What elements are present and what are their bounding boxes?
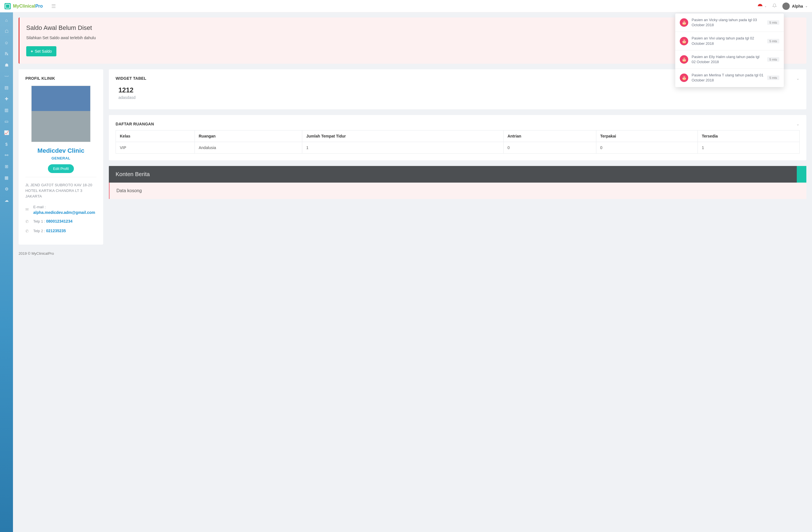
- avatar: [782, 2, 790, 10]
- tel1-label: Telp 1 :: [33, 219, 46, 223]
- notification-time: 5 mts: [767, 75, 779, 80]
- nav-medkit[interactable]: ✚: [0, 93, 13, 104]
- notification-item[interactable]: 🎂Pasien an Elly Halim ulang tahun pada t…: [675, 50, 784, 69]
- birthday-icon: 🎂: [680, 18, 688, 27]
- collapse-icon[interactable]: ⌄: [796, 122, 800, 126]
- table-row: VIPAndalusia1001: [116, 142, 800, 153]
- footer: 2019 © MyClinicalPro: [19, 251, 806, 255]
- phone-icon: ✆: [25, 219, 30, 224]
- email-row: ✉ E-mail : alpha.medicdev.adm@gmail.com: [25, 204, 97, 215]
- notification-time: 5 mts: [767, 20, 779, 25]
- notifications-dropdown: 🎂Pasien an Vicky ulang tahun pada tgl 03…: [675, 14, 784, 87]
- col-header: Kelas: [116, 131, 195, 142]
- nav-cloud[interactable]: ☁: [0, 195, 13, 206]
- news-heading: Konten Berita: [109, 166, 806, 182]
- col-header: Terpakai: [596, 131, 698, 142]
- notification-text: Pasien an Elly Halim ulang tahun pada tg…: [692, 54, 764, 64]
- tel2-row: ✆ Telp 2 : 021235235: [25, 228, 97, 234]
- nav-users[interactable]: ⚯: [0, 150, 13, 161]
- nav-patient[interactable]: ☖: [0, 26, 13, 36]
- notification-time: 5 mts: [767, 39, 779, 43]
- main: Saldo Awal Belum Diset Silahkan Set Sald…: [13, 12, 812, 532]
- set-saldo-label: Set Saldo: [35, 49, 52, 54]
- widget-heading: WIDGET TABEL: [116, 76, 146, 80]
- col-header: Tersedia: [698, 131, 800, 142]
- nav-analytics[interactable]: 📈: [0, 127, 13, 138]
- chevron-down-icon: ⌄: [805, 4, 808, 8]
- notification-item[interactable]: 🎂Pasien an Vicky ulang tahun pada tgl 03…: [675, 14, 784, 32]
- logo-icon: [4, 3, 11, 9]
- cell: VIP: [116, 142, 195, 153]
- topbar: MyClinicalPro ☰ ⌄ Alpha ⌄: [0, 0, 812, 12]
- notification-text: Pasien an Vivi ulang tahun pada tgl 02 O…: [692, 36, 764, 46]
- tel2-value[interactable]: 021235235: [46, 228, 66, 233]
- logo[interactable]: MyClinicalPro: [4, 3, 43, 9]
- brand-part2: Pro: [35, 4, 43, 9]
- collapse-icon[interactable]: ⌄: [796, 76, 800, 80]
- username: Alpha: [792, 4, 803, 9]
- phone-icon: ✆: [25, 229, 30, 233]
- nav-plus[interactable]: ⊞: [0, 161, 13, 172]
- user-menu[interactable]: Alpha ⌄: [782, 2, 808, 10]
- nav-file[interactable]: ▥: [0, 105, 13, 116]
- col-header: Jumlah Tempat Tidur: [302, 131, 504, 142]
- rooms-heading: DAFTAR RUANGAN: [116, 122, 154, 126]
- birthday-icon: 🎂: [680, 55, 688, 64]
- nav-calendar[interactable]: ▦: [0, 173, 13, 183]
- tel1-value[interactable]: 080012341234: [46, 219, 72, 223]
- notification-time: 5 mts: [767, 57, 779, 62]
- envelope-icon: ✉: [25, 207, 30, 212]
- profile-heading: PROFIL KLINIK: [25, 76, 97, 80]
- nav-settings[interactable]: ⚙: [0, 184, 13, 194]
- notification-text: Pasien an Vicky ulang tahun pada tgl 03 …: [692, 17, 764, 28]
- sidebar: ⌂ ☖ ☺ ℞ ☗ 〰 ▤ ✚ ▥ ▭ 📈 $ ⚯ ⊞ ▦ ⚙ ☁: [0, 12, 13, 532]
- nav-steth[interactable]: ℞: [0, 48, 13, 59]
- tel1-row: ✆ Telp 1 : 080012341234: [25, 219, 97, 224]
- widget-value: 1212: [118, 86, 797, 94]
- nav-briefcase[interactable]: ☗: [0, 60, 13, 71]
- email-value[interactable]: alpha.medicdev.adm@gmail.com: [33, 210, 95, 215]
- nav-person[interactable]: ☺: [0, 37, 13, 48]
- news-card: Konten Berita Data kosong: [109, 166, 806, 199]
- nav-folder[interactable]: ▭: [0, 116, 13, 127]
- widget-sub: adasdasd: [118, 95, 797, 100]
- cell: Andalusia: [194, 142, 302, 153]
- cell: 0: [503, 142, 596, 153]
- nav-home[interactable]: ⌂: [0, 15, 13, 25]
- birthday-icon: 🎂: [680, 37, 688, 45]
- rooms-table: KelasRuanganJumlah Tempat TidurAntrianTe…: [116, 130, 800, 153]
- clinic-type: GENERAL: [25, 156, 97, 160]
- tel2-label: Telp 2 :: [33, 229, 46, 233]
- notification-text: Pasien an Merlina T ulang tahun pada tgl…: [692, 73, 764, 83]
- set-saldo-button[interactable]: +Set Saldo: [26, 46, 56, 56]
- cell: 1: [698, 142, 800, 153]
- nav-doc[interactable]: ▤: [0, 82, 13, 93]
- clinic-address: JL JEND GATOT SUBROTO KAV 18-20 HOTEL KA…: [25, 182, 97, 199]
- cell: 1: [302, 142, 504, 153]
- edit-profile-button[interactable]: Edit Profil: [48, 164, 74, 173]
- bell-icon[interactable]: [772, 3, 777, 9]
- nav-money[interactable]: $: [0, 139, 13, 149]
- notification-item[interactable]: 🎂Pasien an Merlina T ulang tahun pada tg…: [675, 69, 784, 87]
- chevron-down-icon: ⌄: [764, 4, 767, 8]
- email-label: E-mail :: [33, 204, 95, 210]
- brand-part1: MyClinical: [13, 4, 35, 9]
- plus-icon: +: [31, 49, 33, 54]
- col-header: Ruangan: [194, 131, 302, 142]
- flag-icon: [758, 4, 763, 9]
- news-empty: Data kosong: [109, 182, 806, 199]
- menu-toggle-icon[interactable]: ☰: [51, 3, 56, 9]
- cell: 0: [596, 142, 698, 153]
- clinic-profile-card: PROFIL KLINIK Medicdev Clinic GENERAL Ed…: [19, 69, 103, 245]
- nav-chart[interactable]: 〰: [0, 71, 13, 82]
- rooms-card: DAFTAR RUANGAN ⌄ KelasRuanganJumlah Temp…: [109, 115, 806, 160]
- birthday-icon: 🎂: [680, 74, 688, 82]
- notification-item[interactable]: 🎂Pasien an Vivi ulang tahun pada tgl 02 …: [675, 32, 784, 50]
- clinic-image: [31, 86, 90, 142]
- language-switch[interactable]: ⌄: [758, 4, 767, 9]
- clinic-name: Medicdev Clinic: [25, 147, 97, 154]
- col-header: Antrian: [503, 131, 596, 142]
